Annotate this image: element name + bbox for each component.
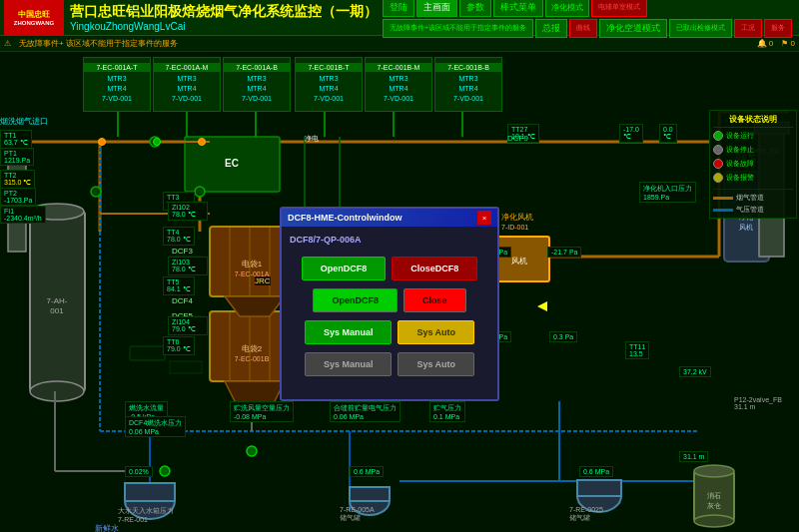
tt1-display[interactable]: TT163.7 ℃ (0, 130, 32, 149)
nav-work-cond[interactable]: 已取出检修模式 (669, 19, 732, 38)
equip-data: MTR3MTR47-VD-001 (170, 72, 204, 105)
value-m21pa[interactable]: -21.7 Pa (547, 247, 581, 258)
alarm-counts: 🔔 0 ⚑ 0 (757, 39, 795, 48)
air-pressure3[interactable]: 贮气压力0.1 MPa (429, 401, 465, 422)
nav-smoke-direct[interactable]: 服务 (764, 19, 792, 38)
svg-rect-5 (30, 212, 85, 391)
legend-running: 设备运行 (713, 131, 793, 141)
alarm-indicator (713, 173, 723, 183)
ini-c-label: JRC (255, 276, 271, 285)
nav-purify-air[interactable]: 曲线 (569, 19, 597, 38)
value-06mpa-b[interactable]: 0.6 MPa (579, 466, 613, 477)
svg-rect-53 (350, 487, 390, 501)
control-window-subtitle: DCF8/7-QP-006A (290, 235, 489, 245)
svg-text:风机: 风机 (511, 257, 527, 266)
air-pressure2[interactable]: 合缝前贮量电气压力0.06 MPa (330, 401, 400, 422)
equip-box-001bm[interactable]: 7-EC-001B-M MTR3MTR47-VD-001 (365, 57, 432, 112)
fan-label-id: 7-ID-001 (501, 224, 528, 231)
svg-rect-68 (130, 346, 165, 360)
tt2-display[interactable]: TT2315.0 ℃ (0, 170, 35, 189)
water-pressure[interactable]: DCF4燃洗水压力0.06 MPa (125, 416, 186, 437)
zi102-display[interactable]: ZI10278.0 ℃ (168, 202, 208, 221)
inlet-label: 烟洗烟气进口 (0, 116, 48, 127)
logo-text1: 中国忠旺 (18, 9, 50, 20)
nav-purify-mode[interactable]: 净化模式 (545, 0, 589, 17)
air-pressure-main[interactable]: 贮洗风量空量压力-0.08 MPa (230, 401, 294, 422)
nav-main[interactable]: 主画面 (416, 0, 457, 17)
fan-label-main: 净化风机 (501, 212, 533, 223)
alarm-bell-icon: 🔔 0 (757, 39, 774, 48)
sys-manual-auto-row2: Sys Manual Sys Auto (290, 352, 489, 376)
equip-box-001ab[interactable]: 7-EC-001A-B MTR3MTR47-VD-001 (223, 57, 291, 112)
value-06mpa-a[interactable]: 0.6 MPa (350, 466, 384, 477)
sys-auto-btn2[interactable]: Sys Auto (398, 352, 474, 376)
tt5-display[interactable]: TT584.1 ℃ (163, 276, 195, 295)
open-close-row2: OpenDCF8 Close (290, 288, 489, 312)
svg-text:电袋2: 电袋2 (242, 344, 263, 353)
tt-11[interactable]: TT1113.5 (625, 341, 649, 359)
sys-manual-auto-row1: Sys Manual Sys Auto (290, 320, 489, 344)
equip-data: MTR3MTR47-VD-001 (451, 72, 485, 105)
running-label: 设备运行 (726, 131, 754, 141)
nav-login[interactable]: 登陆 (383, 0, 414, 17)
close-btn2[interactable]: Close (403, 288, 466, 312)
nav-elec-maintain[interactable]: 工况 (734, 19, 762, 38)
pt1-display[interactable]: PT11219.Pa (0, 148, 34, 166)
valve-indicator-2[interactable] (153, 138, 161, 146)
zi103-display[interactable]: ZI10378.0 ℃ (168, 257, 208, 275)
nav-curve[interactable]: 总报 (535, 19, 567, 38)
equip-box-001at[interactable]: 7-EC-001A-T MTR3MTR47-VD-001 (83, 57, 151, 112)
equip-title: 7-EC-001B-M (366, 63, 431, 72)
zi104-display[interactable]: ZI10479.0 ℃ (168, 316, 208, 335)
svg-text:001: 001 (50, 306, 64, 315)
fresh-water-label: 新鲜水 (95, 523, 119, 532)
equip-box-001bt[interactable]: 7-EC-001B-T MTR3MTR47-VD-001 (295, 57, 363, 112)
pressure-fan[interactable]: 净化机入口压力1859.Pa (639, 182, 696, 203)
nav-service[interactable]: 净化空道模式 (599, 19, 667, 38)
nav-params[interactable]: 参数 (459, 0, 491, 17)
valve-indicator-3[interactable] (198, 138, 206, 146)
nav-rod-menu[interactable]: 棒式菜单 (493, 0, 543, 17)
tt6-display[interactable]: TT679.0 ℃ (163, 336, 195, 355)
equip-title: 7-EC-001A-B (224, 63, 290, 72)
equip-data: MTR3MTR47-VD-001 (312, 72, 346, 105)
svg-point-67 (247, 446, 257, 456)
fi1-display[interactable]: FI1-2340.4m³/h (0, 206, 46, 224)
equip-box-001am[interactable]: 7-EC-001A-M MTR3MTR47-VD-001 (153, 57, 221, 112)
equip-title: 7-EC-001A-M (154, 63, 220, 72)
valve-indicator-1[interactable] (98, 138, 106, 146)
equip-data: MTR3MTR47-VD-001 (100, 72, 134, 105)
tt-37[interactable]: 37.2 kV (679, 366, 711, 377)
close-dcf8-btn[interactable]: CloseDCF8 (392, 257, 477, 280)
open-dcf8-btn[interactable]: OpenDCF8 (302, 257, 387, 280)
fault-indicator (713, 159, 723, 169)
pt2-display[interactable]: PT2-1703.Pa (0, 188, 36, 206)
nav-electric-single[interactable]: 电辅单室模式 (591, 0, 647, 17)
value-002[interactable]: 0.02% (125, 466, 153, 477)
dcf9-label: DCF9 (507, 134, 528, 143)
sys-manual-btn2[interactable]: Sys Manual (305, 352, 393, 376)
fid-valve-label2: P12-2valve_FB31.1 m (734, 396, 782, 410)
value-out2[interactable]: 0.0℃ (659, 124, 677, 143)
equip-box-001bb[interactable]: 7-EC-001B-B MTR3MTR47-VD-001 (434, 57, 502, 112)
nav-report[interactable]: 无故障事件+该区域不能用于指定事件的服务 (383, 19, 533, 38)
control-window[interactable]: DCF8-HME-Controlwindow × DCF8/7-QP-006A … (280, 207, 499, 401)
value-31m[interactable]: 31.1 m (679, 451, 708, 462)
stopped-label: 设备停止 (726, 145, 754, 155)
title-area: 营口忠旺铝业阳极焙烧烟气净化系统监控（一期） YingkouZhongWangL… (64, 3, 383, 32)
sys-auto-btn1[interactable]: Sys Auto (398, 320, 474, 344)
zidong-label: 净电 (305, 134, 319, 144)
svg-text:风机: 风机 (739, 224, 753, 231)
svg-point-57 (694, 465, 734, 477)
open-dcf8-btn2[interactable]: OpenDCF8 (313, 288, 398, 312)
dcf3-label: DCF3 (172, 247, 193, 256)
value-out1[interactable]: -17.0℃ (619, 124, 643, 143)
control-window-content: DCF8/7-QP-006A OpenDCF8 CloseDCF8 OpenDC… (282, 227, 497, 384)
control-window-close[interactable]: × (477, 211, 491, 225)
pressure-03[interactable]: 0.3 Pa (549, 331, 577, 342)
svg-rect-56 (694, 471, 734, 521)
alarm-icon: ⚠ (4, 39, 11, 48)
sys-manual-btn1[interactable]: Sys Manual (305, 320, 393, 344)
tt4-display[interactable]: TT478.0 ℃ (163, 227, 195, 246)
svg-point-6 (30, 381, 84, 401)
